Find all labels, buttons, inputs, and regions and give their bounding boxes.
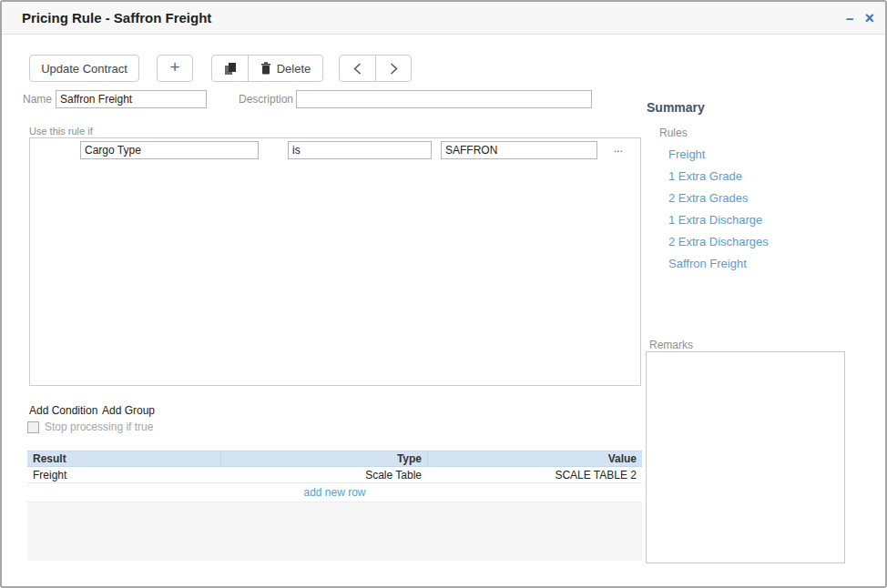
plus-icon: + — [169, 57, 179, 77]
condition-more-button[interactable]: ... — [606, 141, 631, 159]
use-this-rule-if-label: Use this rule if — [29, 126, 93, 137]
copy-button[interactable] — [212, 56, 248, 81]
stop-processing-checkbox[interactable] — [27, 421, 39, 433]
add-new-row-link[interactable]: add new row — [27, 483, 642, 502]
record-nav-button-group — [339, 55, 412, 82]
results-header-value: Value — [427, 451, 642, 466]
trash-icon — [260, 62, 271, 75]
copy-icon — [224, 62, 237, 76]
update-contract-button[interactable]: Update Contract — [29, 55, 139, 82]
next-record-button[interactable] — [375, 56, 411, 81]
remarks-textarea[interactable] — [646, 351, 845, 563]
window-controls: − × — [846, 2, 874, 35]
condition-field-input[interactable] — [80, 141, 259, 159]
result-row[interactable]: Freight Scale Table SCALE TABLE 2 — [27, 467, 642, 483]
result-cell: Freight — [27, 467, 220, 482]
add-group-link[interactable]: Add Group — [102, 404, 155, 417]
rule-link[interactable]: Freight — [668, 147, 705, 161]
title-bar[interactable]: Pricing Rule - Saffron Freight − × — [2, 2, 885, 35]
condition-value-input[interactable] — [441, 141, 597, 159]
rule-link[interactable]: 2 Extra Grades — [668, 191, 748, 205]
rule-link[interactable]: 1 Extra Discharge — [668, 213, 762, 227]
chevron-left-icon — [353, 63, 362, 75]
summary-title: Summary — [647, 100, 705, 115]
add-condition-link[interactable]: Add Condition — [29, 404, 97, 417]
previous-record-button[interactable] — [340, 56, 375, 81]
pricing-rule-window: Pricing Rule - Saffron Freight − × Updat… — [0, 0, 887, 588]
name-input[interactable] — [56, 90, 207, 108]
close-button[interactable]: × — [864, 10, 874, 26]
description-input[interactable] — [296, 90, 592, 108]
delete-button[interactable]: Delete — [248, 56, 322, 81]
window-title: Pricing Rule - Saffron Freight — [22, 2, 211, 35]
stop-processing-label: Stop processing if true — [45, 421, 153, 433]
results-table: Result Type Value Freight Scale Table SC… — [27, 451, 642, 561]
chevron-right-icon — [390, 63, 398, 75]
rule-link[interactable]: 2 Extra Discharges — [668, 235, 769, 248]
condition-operator-input[interactable] — [288, 141, 432, 159]
value-cell: SCALE TABLE 2 — [427, 467, 642, 482]
add-rule-button[interactable]: + — [157, 55, 193, 82]
results-header-type: Type — [220, 451, 427, 466]
results-header-row: Result Type Value — [27, 451, 642, 467]
type-cell: Scale Table — [220, 467, 427, 482]
rule-link[interactable]: 1 Extra Grade — [668, 169, 742, 183]
delete-label: Delete — [277, 62, 311, 76]
results-header-result: Result — [27, 451, 220, 466]
copy-delete-button-group: Delete — [211, 55, 323, 82]
rules-label: Rules — [659, 127, 688, 139]
name-label: Name — [20, 93, 52, 106]
remarks-label: Remarks — [649, 339, 693, 351]
minimize-button[interactable]: − — [846, 12, 854, 25]
rule-link[interactable]: Saffron Freight — [668, 257, 747, 270]
update-contract-label: Update Contract — [41, 62, 127, 76]
condition-builder-box: ... — [29, 137, 641, 386]
description-label: Description — [220, 93, 293, 106]
